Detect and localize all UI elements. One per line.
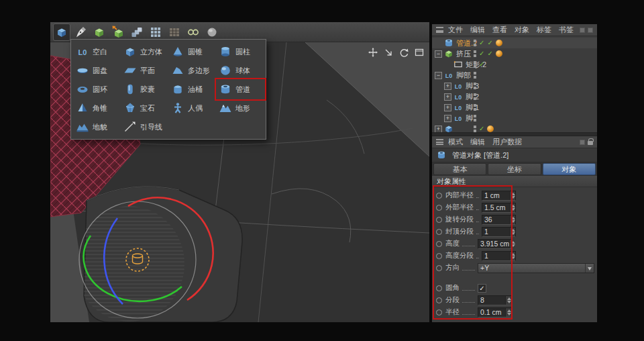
enabled-check-icon[interactable]: ✓ <box>479 50 484 57</box>
property-number-input[interactable]: 36 <box>482 215 516 225</box>
menu-item-tube[interactable]: 管道 <box>217 80 264 99</box>
tree-row-挤压[interactable]: −挤压✓✓ <box>432 48 597 59</box>
om-menu-item-5[interactable]: 书签 <box>559 25 574 35</box>
menu-item-torus[interactable]: 圆环 <box>74 80 121 99</box>
plus-expander-icon[interactable]: + <box>444 104 451 111</box>
menu-item-cone[interactable]: 圆锥 <box>169 42 217 61</box>
visibility-dots-icon[interactable] <box>474 83 476 89</box>
phong-tag-icon[interactable] <box>496 50 502 57</box>
enabled-check-icon[interactable]: ✓ <box>487 50 492 57</box>
visibility-dots-icon[interactable] <box>474 40 476 46</box>
spinner[interactable] <box>509 228 515 236</box>
spinner[interactable] <box>505 308 511 317</box>
array-tool-button[interactable] <box>147 23 164 41</box>
animation-dot-icon[interactable] <box>436 193 442 199</box>
property-number-input[interactable]: 8 <box>478 295 512 305</box>
panel-menu-icon[interactable] <box>436 139 443 145</box>
property-number-input[interactable]: 3.915 cm <box>478 239 512 249</box>
pan-view-icon[interactable] <box>368 48 378 57</box>
visibility-dots-icon[interactable] <box>474 72 476 79</box>
am-menu-item-1[interactable]: 编辑 <box>470 137 485 147</box>
menu-item-oiltank[interactable]: 油桶 <box>169 80 217 99</box>
om-menu-item-0[interactable]: 文件 <box>448 25 463 35</box>
menu-item-cylinder[interactable]: 圆柱 <box>217 42 264 61</box>
visibility-dots-icon[interactable] <box>474 115 476 121</box>
tab-坐标[interactable]: 坐标 <box>488 163 541 175</box>
spinner[interactable] <box>509 215 515 224</box>
visibility-dots-icon[interactable] <box>474 93 476 100</box>
property-number-input[interactable]: 1 <box>482 251 516 261</box>
panel-menu-icon[interactable] <box>436 27 443 33</box>
visibility-dots-icon[interactable] <box>474 50 476 57</box>
panel-icon[interactable] <box>588 28 593 33</box>
minus-expander-icon[interactable]: − <box>435 50 442 58</box>
phong-tag-icon[interactable] <box>487 126 494 132</box>
om-menu-item-1[interactable]: 编辑 <box>470 25 485 35</box>
spinner[interactable] <box>509 252 515 260</box>
am-menu-item-0[interactable]: 模式 <box>448 137 463 147</box>
animation-dot-icon[interactable] <box>436 241 442 247</box>
menu-item-gem[interactable]: 宝石 <box>121 99 169 117</box>
cube-tool-button[interactable] <box>53 23 70 41</box>
tab-基本[interactable]: 基本 <box>433 163 486 175</box>
tree-row-管道.2[interactable]: 管道.2✓✓ <box>432 38 597 48</box>
tree-row-脚部[interactable]: −L0脚部 <box>432 70 597 81</box>
tree-row-脚.2[interactable]: +L0脚.2 <box>432 91 597 102</box>
toggle-view-view-icon[interactable] <box>415 48 424 57</box>
om-menu-item-3[interactable]: 对象 <box>515 25 529 35</box>
animation-dot-icon[interactable] <box>436 265 442 271</box>
panel-icon[interactable] <box>580 28 585 33</box>
menu-item-disc[interactable]: 圆盘 <box>74 61 121 80</box>
menu-item-figure[interactable]: 人偶 <box>169 99 217 117</box>
spinner[interactable] <box>509 191 515 200</box>
minus-expander-icon[interactable]: − <box>435 72 442 79</box>
spinner[interactable] <box>509 240 515 248</box>
green-arrow-tool-button[interactable] <box>109 23 127 41</box>
menu-item-relief[interactable]: 地貌 <box>74 117 121 136</box>
rotate-view-icon[interactable] <box>399 48 409 57</box>
enabled-check-icon[interactable]: ✓ <box>487 40 492 46</box>
cloner-tool-button[interactable] <box>128 23 146 41</box>
plus-expander-icon[interactable]: + <box>444 93 451 101</box>
spinner[interactable] <box>509 203 515 212</box>
property-number-input[interactable]: 1 cm <box>482 191 516 201</box>
menu-item-plane[interactable]: 平面 <box>121 61 169 80</box>
orientation-select[interactable]: +Y <box>478 263 594 273</box>
enabled-check-icon[interactable]: ✓ <box>479 40 484 46</box>
pen-tool-button[interactable] <box>72 23 89 41</box>
visibility-dots-icon[interactable] <box>474 61 476 68</box>
enabled-check-icon[interactable]: ✓ <box>479 126 484 132</box>
symmetry-tool-button[interactable] <box>184 23 202 41</box>
sphere-gray-tool-button[interactable] <box>203 23 221 41</box>
menu-item-capsule[interactable]: 胶囊 <box>121 80 169 99</box>
animation-dot-icon[interactable] <box>436 229 442 235</box>
plus-expander-icon[interactable]: + <box>444 83 451 90</box>
property-number-input[interactable]: 1 <box>482 227 516 237</box>
history-back-icon[interactable] <box>580 140 585 145</box>
menu-item-pyramid[interactable]: 角锥 <box>74 99 121 117</box>
menu-item-landscape[interactable]: 地形 <box>217 99 264 117</box>
tree-row-脚[interactable]: +L0脚 <box>432 113 597 124</box>
plus-expander-icon[interactable]: + <box>435 126 442 133</box>
om-menu-item-2[interactable]: 查看 <box>492 25 507 35</box>
tree-row-矩形.2[interactable]: 矩形.2✓ <box>432 59 597 70</box>
visibility-dots-icon[interactable] <box>474 104 476 111</box>
animation-dot-icon[interactable] <box>436 297 442 303</box>
tree-row-partial[interactable]: +✓ <box>432 124 597 132</box>
menu-item-guide[interactable]: 引导线 <box>121 117 169 136</box>
property-number-input[interactable]: 0.1 cm <box>478 307 512 318</box>
property-number-input[interactable]: 1.5 cm <box>482 203 516 213</box>
visibility-dots-icon[interactable] <box>474 126 476 132</box>
extrude-green-tool-button[interactable] <box>91 23 108 41</box>
animation-dot-icon[interactable] <box>436 217 442 223</box>
tab-对象[interactable]: 对象 <box>543 163 596 175</box>
animation-dot-icon[interactable] <box>436 205 442 211</box>
enabled-check-icon[interactable]: ✓ <box>479 61 484 68</box>
lock-icon[interactable] <box>588 141 593 145</box>
am-menu-item-2[interactable]: 用户数据 <box>492 137 522 147</box>
grid-tool-button[interactable] <box>166 23 183 41</box>
dolly-view-icon[interactable] <box>384 48 393 57</box>
animation-dot-icon[interactable] <box>436 309 442 315</box>
menu-item-polygon[interactable]: 多边形 <box>169 61 217 80</box>
spinner[interactable] <box>505 296 511 305</box>
